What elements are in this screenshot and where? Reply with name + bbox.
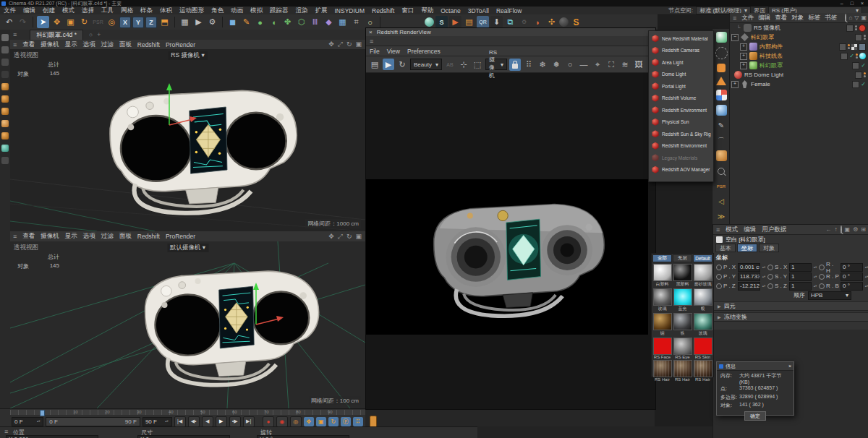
render-camera-select[interactable]: RS 摄像机▾: [485, 59, 507, 70]
rendered-image[interactable]: [366, 179, 648, 335]
om-menu-edit[interactable]: 编辑: [756, 14, 773, 22]
menu-mograph[interactable]: 运动图形: [176, 7, 208, 15]
expand-toggle[interactable]: +: [740, 53, 747, 60]
layer-tag[interactable]: [855, 34, 862, 41]
tab-object[interactable]: 对象: [759, 244, 779, 252]
blue-sphere-icon[interactable]: [716, 105, 727, 116]
viewport-bottom-canvas[interactable]: 透视视图 默认摄像机 ▾ 总计 对象145 网格间距：100 cm: [10, 241, 365, 408]
material-item[interactable]: 银: [693, 288, 712, 312]
layer-tag[interactable]: [852, 62, 859, 69]
rv-menu-preferences[interactable]: Preferences: [404, 48, 444, 55]
keyframe-bar-icon[interactable]: [370, 416, 377, 428]
key-circle-icon[interactable]: [819, 283, 825, 289]
material-item[interactable]: 蓝光: [673, 288, 692, 312]
px-field[interactable]: 0.001 cm: [738, 263, 760, 272]
object-row-goggles-child[interactable]: + 科幻眼罩 ✓: [730, 61, 868, 70]
render-settings-icon[interactable]: ⚙: [206, 16, 218, 28]
table-icon[interactable]: ▦: [336, 16, 349, 28]
gear-small-icon[interactable]: ⚙: [518, 16, 530, 28]
vp-menu-view[interactable]: 查看: [20, 40, 38, 49]
substance-icon[interactable]: S: [435, 16, 448, 28]
menu-file[interactable]: 文件: [0, 7, 20, 15]
key-circle-icon[interactable]: [767, 274, 773, 280]
menu-animate[interactable]: 动画: [227, 7, 247, 15]
horn-icon[interactable]: ◁: [716, 196, 727, 207]
key-pla-icon[interactable]: ⠿: [353, 417, 363, 426]
search-icon[interactable]: [845, 14, 846, 21]
hamburger-icon[interactable]: ≡: [10, 41, 20, 48]
hamburger-icon[interactable]: ≡: [1, 428, 11, 435]
key-circle-icon[interactable]: [819, 274, 825, 280]
key-circle-icon[interactable]: [819, 265, 825, 270]
key-circle-icon[interactable]: [767, 283, 773, 289]
object-row-female[interactable]: + Female ✓: [730, 80, 868, 89]
camera-icon[interactable]: ⌗: [350, 16, 362, 28]
enabled-check-icon[interactable]: ✓: [861, 81, 866, 87]
material-item[interactable]: 铜: [652, 313, 672, 337]
rotate-view-icon[interactable]: ↻: [346, 40, 352, 48]
teal-plugin-icon[interactable]: [425, 17, 434, 27]
sz-field[interactable]: 1: [789, 282, 812, 291]
vp-menu-filter[interactable]: 过滤: [98, 232, 116, 241]
coordinates-section-label[interactable]: 坐标: [713, 252, 868, 262]
menu-window[interactable]: 窗口: [398, 7, 417, 15]
key-position-icon[interactable]: ✥: [304, 417, 314, 426]
record-icon[interactable]: ●: [263, 416, 274, 427]
key-circle-icon[interactable]: [716, 283, 722, 289]
vp-menu-camera[interactable]: 摄像机: [38, 232, 62, 241]
menu-mesh[interactable]: 网格: [117, 7, 137, 15]
flame-icon[interactable]: ◗: [532, 16, 544, 28]
object-row-null-parent[interactable]: − 科幻眼罩: [730, 33, 868, 42]
material-item[interactable]: 磨砂玻璃: [693, 264, 712, 288]
tweak-tool-icon[interactable]: PSR: [92, 16, 104, 28]
menu-help[interactable]: 帮助: [417, 7, 437, 15]
sphere-dim-icon[interactable]: [559, 17, 569, 27]
save-image-icon[interactable]: ▤: [369, 59, 380, 70]
om-menu-bookmarks[interactable]: 书签: [822, 14, 839, 22]
pen-mode-icon[interactable]: [1, 34, 9, 41]
camera-dropdown[interactable]: RS 摄像机 ▾: [168, 51, 207, 60]
position-x-field[interactable]: X 0.001 cm: [6, 435, 98, 438]
coordinate-system-icon[interactable]: ⬒: [158, 16, 171, 28]
sx-field[interactable]: 1: [789, 263, 812, 272]
maximize-button[interactable]: □: [851, 1, 854, 6]
menu-item-sun-sky-rig[interactable]: Redshift Sun & Sky Rig: [649, 128, 713, 140]
enabled-check-icon[interactable]: ✓: [861, 62, 866, 69]
material-item[interactable]: 玻璃: [652, 288, 672, 312]
material-item[interactable]: RS Hair: [673, 360, 692, 382]
visibility-dots[interactable]: [864, 72, 866, 77]
rv-menu-file[interactable]: File: [366, 48, 383, 55]
tab-coordinates[interactable]: 坐标: [737, 244, 757, 252]
visibility-dots[interactable]: [855, 25, 857, 30]
info-dialog-titlebar[interactable]: 信息 ×: [717, 362, 793, 371]
expand-toggle[interactable]: +: [731, 81, 739, 88]
enabled-check-icon[interactable]: ✓: [849, 53, 854, 59]
visibility-dots[interactable]: [856, 53, 858, 59]
key-circle-icon[interactable]: [716, 274, 722, 280]
restart-render-icon[interactable]: ↻: [396, 59, 408, 70]
filter-icon[interactable]: ▽: [854, 14, 859, 21]
light-bulb-icon[interactable]: ○: [364, 16, 376, 28]
ab-compare-icon[interactable]: AB: [444, 59, 456, 70]
home-icon[interactable]: ⌂: [848, 14, 852, 21]
menu-octane[interactable]: Octane: [437, 7, 464, 14]
close-button[interactable]: ×: [861, 1, 864, 6]
renderview-titlebar[interactable]: × Redshift RenderView: [366, 28, 655, 36]
sy-field[interactable]: 1: [789, 272, 812, 281]
object-row-techlines[interactable]: + 科技线条 ✓: [730, 51, 868, 61]
menu-insydium[interactable]: INSYDIUM: [331, 7, 369, 14]
menu-item-cameras[interactable]: Redshift Cameras: [649, 45, 713, 57]
material-item[interactable]: 铁: [673, 313, 692, 337]
menu-item-aov-manager[interactable]: Redshift AOV Manager: [649, 164, 713, 176]
axis-y-lock[interactable]: Y: [132, 17, 144, 28]
menu-item-volume[interactable]: Redshift Volume: [649, 93, 713, 105]
menu-extensions[interactable]: 扩展: [312, 7, 331, 15]
hair-icon[interactable]: Ⅲ: [309, 16, 321, 28]
prev-key-icon[interactable]: ◀•: [188, 416, 200, 427]
capsule-icon[interactable]: ◆: [323, 16, 335, 28]
pen-tool-icon[interactable]: ✎: [240, 16, 252, 28]
rv-menu-view[interactable]: View: [383, 48, 404, 55]
vp-menu-redshift[interactable]: Redshift: [135, 41, 163, 48]
tab-basic[interactable]: 基本: [715, 244, 736, 252]
tab-add-icon[interactable]: +: [97, 31, 101, 38]
